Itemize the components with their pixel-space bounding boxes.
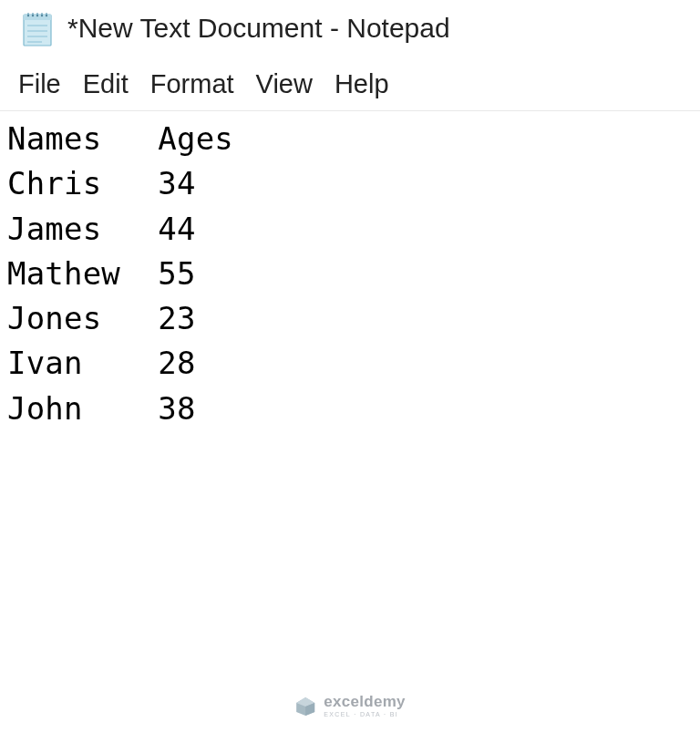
watermark: exceldemy EXCEL · DATA · BI	[294, 694, 406, 717]
menu-view[interactable]: View	[252, 67, 331, 101]
watermark-name: exceldemy	[324, 694, 406, 709]
text-line: James 44	[7, 207, 700, 252]
text-editor-area[interactable]: Names Ages Chris 34 James 44 Mathew 55 J…	[0, 111, 700, 431]
menu-bar: File Edit Format View Help	[0, 55, 700, 111]
watermark-text: exceldemy EXCEL · DATA · BI	[324, 694, 406, 717]
watermark-tagline: EXCEL · DATA · BI	[324, 711, 406, 717]
watermark-logo-icon	[294, 696, 316, 716]
menu-file[interactable]: File	[11, 67, 79, 101]
text-line: Mathew 55	[7, 252, 700, 296]
text-line: Ivan 28	[7, 341, 700, 386]
menu-format[interactable]: Format	[147, 67, 252, 101]
text-line: John 38	[7, 387, 700, 431]
title-bar: *New Text Document - Notepad	[0, 0, 700, 55]
text-line: Jones 23	[7, 296, 700, 341]
text-line: Chris 34	[7, 161, 700, 206]
window-title: *New Text Document - Notepad	[67, 13, 450, 44]
text-line: Names Ages	[7, 117, 700, 161]
menu-edit[interactable]: Edit	[79, 67, 147, 101]
notepad-icon	[20, 9, 55, 47]
menu-help[interactable]: Help	[331, 67, 407, 101]
